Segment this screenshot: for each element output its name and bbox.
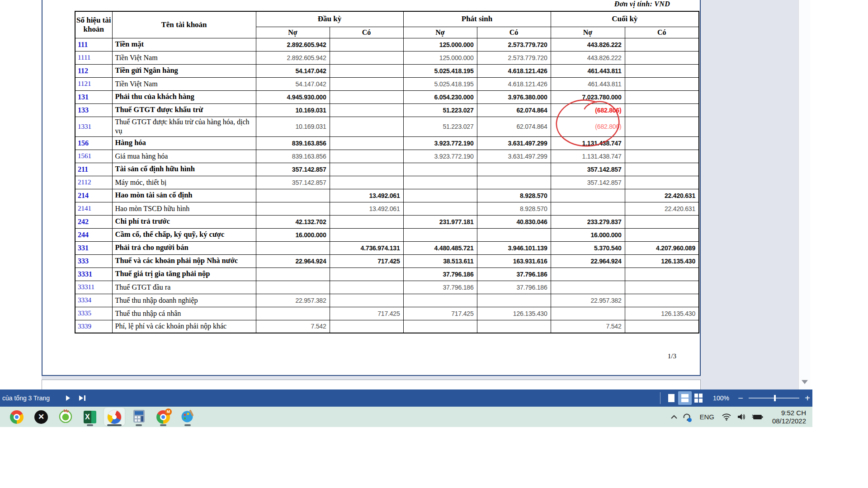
- tray-time: 9:52 CH: [772, 409, 806, 417]
- excel-icon: X: [84, 411, 96, 423]
- table-row: 133 Thuế GTGT được khấu trừ 10.169.031 5…: [75, 103, 699, 117]
- table-row: 3334 Thuế thu nhập doanh nghiệp 22.957.3…: [75, 294, 699, 307]
- multi-page-icon: [694, 394, 703, 403]
- table-row: 1111 Tiền Việt Nam 2.892.605.942 125.000…: [75, 51, 699, 64]
- multi-page-view-button[interactable]: [692, 391, 705, 405]
- next-page-preview: [42, 380, 701, 389]
- col-header-account-no: Số hiệu tài khoản: [75, 11, 112, 38]
- xbox-icon: ✕: [34, 410, 48, 424]
- clock[interactable]: 9:52 CH 08/12/2022: [772, 409, 806, 425]
- last-page-button[interactable]: [75, 392, 90, 404]
- running-indicator: [136, 424, 142, 426]
- scroll-down-icon: [802, 380, 808, 384]
- volume-icon[interactable]: [737, 413, 746, 421]
- active-indicator: [107, 424, 122, 426]
- running-indicator: [87, 424, 93, 426]
- table-row: 3331 Thuế giá trị gia tăng phải nộp 37.7…: [75, 267, 699, 281]
- coccoc-icon: [59, 409, 72, 425]
- table-row: 242 Chi phí trả trước 42.132.702 231.977…: [75, 215, 699, 228]
- table-row: 1121 Tiền Việt Nam 54.147.042 5.025.418.…: [75, 77, 699, 90]
- separator: [660, 392, 660, 404]
- table-row: 244 Cầm cố, thế chấp, ký quỹ, ký cược 16…: [75, 228, 699, 241]
- table-row: 3335 Thuế thu nhập cá nhân 717.425 717.4…: [75, 307, 699, 320]
- zoom-slider-handle[interactable]: [774, 395, 776, 401]
- page-number: 1/3: [668, 352, 676, 360]
- col-header-debit: Nợ: [256, 27, 330, 38]
- zoom-slider[interactable]: [749, 398, 799, 399]
- tray-date: 08/12/2022: [772, 417, 806, 425]
- col-header-period: Phát sinh: [403, 11, 551, 27]
- status-bar: của tổng 3 Trang 100% − +: [0, 389, 812, 407]
- system-tray: ENG: [670, 407, 806, 427]
- col-header-opening: Đầu kỳ: [256, 11, 403, 27]
- table-row: 211 Tài sản cố định hữu hình 357.142.857…: [75, 163, 699, 176]
- table-row: 33311 Thuế GTGT đầu ra 37.796.186 37.796…: [75, 281, 699, 294]
- running-indicator: [160, 424, 166, 426]
- single-page-view-button[interactable]: [665, 391, 678, 405]
- table-row: 112 Tiền gửi Ngân hàng 54.147.042 5.025.…: [75, 64, 699, 77]
- taskbar-excel-button[interactable]: X: [78, 407, 102, 427]
- single-page-icon: [668, 394, 675, 402]
- next-page-button[interactable]: [61, 392, 75, 404]
- taskbar-calculator-button[interactable]: [127, 407, 151, 427]
- table-row: 214 Hao mòn tài sản cố định 13.492.061 8…: [75, 189, 699, 202]
- last-page-icon: [79, 395, 83, 401]
- col-header-account-name: Tên tài khoản: [112, 11, 256, 38]
- taskbar: ✕ X: [0, 407, 812, 427]
- page-count-label: của tổng 3 Trang: [0, 394, 50, 402]
- table-row: 333 Thuế và các khoản phải nộp Nhà nước …: [75, 254, 699, 267]
- zoom-in-button[interactable]: +: [803, 394, 812, 403]
- col-header-debit: Nợ: [403, 27, 477, 38]
- table-row: 1561 Giá mua hàng hóa 839.163.856 3.923.…: [75, 150, 699, 163]
- vertical-scrollbar[interactable]: [798, 0, 810, 389]
- report-page: Đơn vị tính: VND Số hiệu tài khoản Tên t…: [42, 0, 701, 376]
- battery-icon[interactable]: [752, 413, 763, 420]
- col-header-credit: Có: [625, 27, 699, 38]
- pinwheel-app-icon: [106, 408, 123, 425]
- running-indicator: [184, 424, 191, 426]
- zoom-out-button[interactable]: −: [736, 394, 745, 403]
- profile-badge-m: M: [165, 408, 172, 415]
- language-indicator[interactable]: ENG: [699, 413, 714, 421]
- table-row: 2141 Hao mòn TSCĐ hữu hình 13.492.061 8.…: [75, 202, 699, 215]
- scroll-down-button[interactable]: [799, 377, 810, 387]
- taskbar-chrome-button[interactable]: [5, 407, 29, 427]
- taskbar-active-app-button[interactable]: [102, 407, 127, 427]
- taskbar-chrome-profile-button[interactable]: M: [151, 407, 175, 427]
- table-row: 2112 Máy móc, thiết bị 357.142.857 357.1…: [75, 176, 699, 189]
- preview-canvas: Đơn vị tính: VND Số hiệu tài khoản Tên t…: [42, 0, 810, 389]
- table-row: 3339 Phí, lệ phí và các khoản phải nộp k…: [75, 320, 699, 333]
- paint-icon: [181, 409, 194, 425]
- two-page-icon: [681, 394, 689, 402]
- wifi-icon[interactable]: [722, 413, 731, 421]
- unit-label: Đơn vị tính: VND: [614, 0, 670, 8]
- table-row: 156 Hàng hóa 839.163.856 3.923.772.190 3…: [75, 136, 699, 150]
- trial-balance-table: Số hiệu tài khoản Tên tài khoản Đầu kỳ P…: [75, 11, 699, 333]
- taskbar-coccoc-button[interactable]: [53, 407, 78, 427]
- sync-icon[interactable]: [682, 413, 691, 422]
- taskbar-icons: ✕ X: [5, 407, 200, 427]
- col-header-debit: Nợ: [551, 27, 625, 38]
- screen: Đơn vị tính: VND Số hiệu tài khoản Tên t…: [0, 0, 868, 488]
- taskbar-xbox-button[interactable]: ✕: [29, 407, 53, 427]
- table-row: 131 Phải thu của khách hàng 4.945.930.00…: [75, 90, 699, 103]
- taskbar-paint-button[interactable]: [175, 407, 200, 427]
- calculator-icon: [133, 409, 145, 425]
- table-row: 111 Tiền mặt 2.892.605.942 125.000.000 2…: [75, 38, 699, 51]
- two-page-view-button[interactable]: [678, 391, 692, 405]
- chrome-m-profile-icon: M: [156, 410, 170, 424]
- table-row: 1331 Thuế GTGT được khấu trừ của hàng hó…: [75, 117, 699, 136]
- hidden-icons-chevron[interactable]: [670, 415, 678, 419]
- col-header-closing: Cuối kỳ: [551, 11, 699, 27]
- table-body: 111 Tiền mặt 2.892.605.942 125.000.000 2…: [75, 38, 699, 333]
- zoom-controls: 100% − +: [660, 389, 812, 407]
- col-header-credit: Có: [477, 27, 551, 38]
- col-header-credit: Có: [330, 27, 403, 38]
- chrome-icon: [10, 410, 24, 424]
- table-row: 331 Phải trả cho người bán 4.736.974.131…: [75, 241, 699, 254]
- zoom-level: 100%: [711, 394, 731, 402]
- sync-status-dot: [688, 418, 692, 422]
- next-page-icon: [66, 395, 70, 401]
